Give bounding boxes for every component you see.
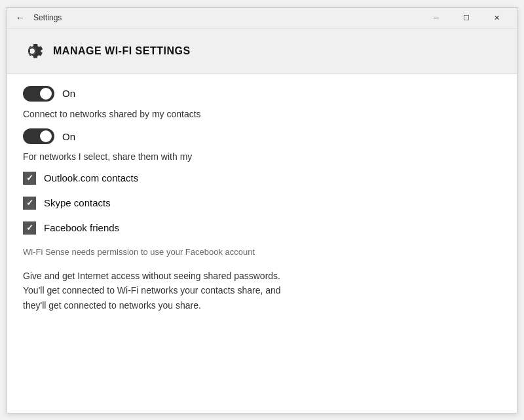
skype-checkbox-row[interactable]: ✓ Skype contacts [23, 197, 501, 210]
checkmark-icon-2: ✓ [26, 199, 33, 207]
share-text: For networks I select, share them with m… [23, 151, 501, 164]
outlook-label: Outlook.com contacts [44, 172, 138, 183]
connect-text: Connect to networks shared by my contact… [23, 108, 501, 121]
wifi-toggle[interactable] [23, 86, 54, 102]
titlebar: ← Settings ─ ☐ ✕ [7, 8, 517, 29]
skype-checkbox[interactable]: ✓ [23, 197, 36, 210]
connect-toggle-label: On [62, 131, 75, 142]
minimize-button[interactable]: ─ [421, 7, 451, 28]
description-text: Give and get Internet access without see… [23, 269, 501, 313]
page-title: MANAGE WI-FI SETTINGS [53, 45, 191, 57]
skype-label: Skype contacts [44, 197, 111, 208]
toggle-thumb [40, 88, 52, 100]
wifi-toggle-label: On [62, 88, 75, 99]
connect-toggle-row: On [23, 128, 501, 144]
facebook-checkbox-row[interactable]: ✓ Facebook friends [23, 221, 501, 235]
maximize-button[interactable]: ☐ [451, 7, 481, 28]
connect-toggle-thumb [40, 130, 52, 142]
titlebar-title: Settings [33, 13, 421, 22]
checkmark-icon-3: ✓ [26, 223, 33, 232]
content-area: On Connect to networks shared by my cont… [7, 74, 517, 413]
connect-toggle[interactable] [23, 128, 54, 144]
checkmark-icon: ✓ [26, 174, 33, 182]
permission-text: Wi-Fi Sense needs permission to use your… [23, 246, 501, 258]
gear-icon [20, 39, 44, 63]
close-button[interactable]: ✕ [481, 7, 512, 28]
settings-window: ← Settings ─ ☐ ✕ MANAGE WI-FI SETTINGS O… [7, 7, 517, 413]
facebook-checkbox[interactable]: ✓ [23, 221, 36, 235]
window-controls: ─ ☐ ✕ [421, 7, 512, 28]
outlook-checkbox[interactable]: ✓ [23, 172, 36, 185]
wifi-toggle-row: On [23, 86, 501, 102]
back-button[interactable]: ← [12, 10, 28, 26]
outlook-checkbox-row[interactable]: ✓ Outlook.com contacts [23, 172, 501, 185]
facebook-label: Facebook friends [44, 222, 119, 233]
page-header: MANAGE WI-FI SETTINGS [7, 29, 517, 74]
